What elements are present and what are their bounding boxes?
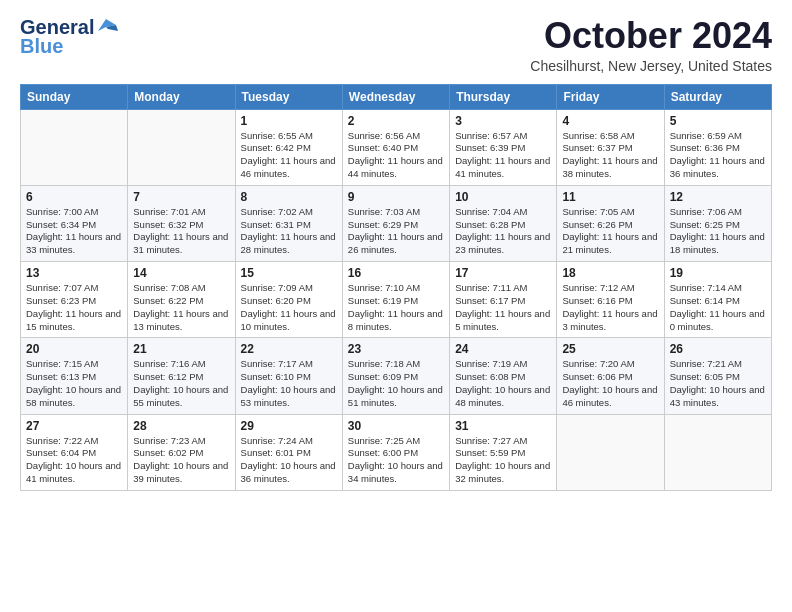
logo-blue: Blue	[20, 35, 63, 58]
day-number: 19	[670, 266, 766, 280]
calendar-cell: 27Sunrise: 7:22 AM Sunset: 6:04 PM Dayli…	[21, 414, 128, 490]
day-info: Sunrise: 7:08 AM Sunset: 6:22 PM Dayligh…	[133, 282, 229, 333]
day-info: Sunrise: 7:14 AM Sunset: 6:14 PM Dayligh…	[670, 282, 766, 333]
calendar-cell: 9Sunrise: 7:03 AM Sunset: 6:29 PM Daylig…	[342, 185, 449, 261]
day-number: 25	[562, 342, 658, 356]
day-info: Sunrise: 7:24 AM Sunset: 6:01 PM Dayligh…	[241, 435, 337, 486]
calendar-cell: 13Sunrise: 7:07 AM Sunset: 6:23 PM Dayli…	[21, 262, 128, 338]
day-number: 11	[562, 190, 658, 204]
calendar-cell: 29Sunrise: 7:24 AM Sunset: 6:01 PM Dayli…	[235, 414, 342, 490]
logo: General Blue	[20, 16, 118, 58]
day-number: 21	[133, 342, 229, 356]
calendar-cell: 11Sunrise: 7:05 AM Sunset: 6:26 PM Dayli…	[557, 185, 664, 261]
calendar-cell: 18Sunrise: 7:12 AM Sunset: 6:16 PM Dayli…	[557, 262, 664, 338]
day-number: 24	[455, 342, 551, 356]
calendar-cell: 8Sunrise: 7:02 AM Sunset: 6:31 PM Daylig…	[235, 185, 342, 261]
location-subtitle: Chesilhurst, New Jersey, United States	[530, 58, 772, 74]
day-info: Sunrise: 7:20 AM Sunset: 6:06 PM Dayligh…	[562, 358, 658, 409]
day-info: Sunrise: 7:17 AM Sunset: 6:10 PM Dayligh…	[241, 358, 337, 409]
day-number: 12	[670, 190, 766, 204]
weekday-header-thursday: Thursday	[450, 84, 557, 109]
calendar-cell: 15Sunrise: 7:09 AM Sunset: 6:20 PM Dayli…	[235, 262, 342, 338]
calendar-cell: 16Sunrise: 7:10 AM Sunset: 6:19 PM Dayli…	[342, 262, 449, 338]
day-info: Sunrise: 7:05 AM Sunset: 6:26 PM Dayligh…	[562, 206, 658, 257]
calendar-week-4: 20Sunrise: 7:15 AM Sunset: 6:13 PM Dayli…	[21, 338, 772, 414]
day-number: 10	[455, 190, 551, 204]
calendar-cell: 30Sunrise: 7:25 AM Sunset: 6:00 PM Dayli…	[342, 414, 449, 490]
calendar-cell: 26Sunrise: 7:21 AM Sunset: 6:05 PM Dayli…	[664, 338, 771, 414]
day-info: Sunrise: 6:55 AM Sunset: 6:42 PM Dayligh…	[241, 130, 337, 181]
weekday-header-saturday: Saturday	[664, 84, 771, 109]
logo-wing-icon	[96, 17, 118, 35]
day-number: 9	[348, 190, 444, 204]
calendar-cell: 12Sunrise: 7:06 AM Sunset: 6:25 PM Dayli…	[664, 185, 771, 261]
day-info: Sunrise: 7:15 AM Sunset: 6:13 PM Dayligh…	[26, 358, 122, 409]
day-number: 1	[241, 114, 337, 128]
calendar-cell: 28Sunrise: 7:23 AM Sunset: 6:02 PM Dayli…	[128, 414, 235, 490]
calendar-cell: 14Sunrise: 7:08 AM Sunset: 6:22 PM Dayli…	[128, 262, 235, 338]
calendar-cell: 7Sunrise: 7:01 AM Sunset: 6:32 PM Daylig…	[128, 185, 235, 261]
day-number: 31	[455, 419, 551, 433]
day-info: Sunrise: 7:22 AM Sunset: 6:04 PM Dayligh…	[26, 435, 122, 486]
day-number: 16	[348, 266, 444, 280]
calendar-cell: 25Sunrise: 7:20 AM Sunset: 6:06 PM Dayli…	[557, 338, 664, 414]
calendar-cell: 6Sunrise: 7:00 AM Sunset: 6:34 PM Daylig…	[21, 185, 128, 261]
calendar-cell: 17Sunrise: 7:11 AM Sunset: 6:17 PM Dayli…	[450, 262, 557, 338]
day-number: 4	[562, 114, 658, 128]
day-info: Sunrise: 7:27 AM Sunset: 5:59 PM Dayligh…	[455, 435, 551, 486]
day-info: Sunrise: 7:25 AM Sunset: 6:00 PM Dayligh…	[348, 435, 444, 486]
day-number: 3	[455, 114, 551, 128]
day-info: Sunrise: 7:02 AM Sunset: 6:31 PM Dayligh…	[241, 206, 337, 257]
calendar-cell: 1Sunrise: 6:55 AM Sunset: 6:42 PM Daylig…	[235, 109, 342, 185]
calendar-cell: 31Sunrise: 7:27 AM Sunset: 5:59 PM Dayli…	[450, 414, 557, 490]
day-info: Sunrise: 7:11 AM Sunset: 6:17 PM Dayligh…	[455, 282, 551, 333]
day-info: Sunrise: 7:18 AM Sunset: 6:09 PM Dayligh…	[348, 358, 444, 409]
day-number: 8	[241, 190, 337, 204]
month-title: October 2024	[530, 16, 772, 56]
day-number: 15	[241, 266, 337, 280]
day-number: 6	[26, 190, 122, 204]
day-number: 17	[455, 266, 551, 280]
calendar-cell: 20Sunrise: 7:15 AM Sunset: 6:13 PM Dayli…	[21, 338, 128, 414]
calendar-cell: 5Sunrise: 6:59 AM Sunset: 6:36 PM Daylig…	[664, 109, 771, 185]
day-info: Sunrise: 7:04 AM Sunset: 6:28 PM Dayligh…	[455, 206, 551, 257]
day-number: 29	[241, 419, 337, 433]
calendar-cell: 21Sunrise: 7:16 AM Sunset: 6:12 PM Dayli…	[128, 338, 235, 414]
weekday-header-row: SundayMondayTuesdayWednesdayThursdayFrid…	[21, 84, 772, 109]
weekday-header-monday: Monday	[128, 84, 235, 109]
day-info: Sunrise: 7:21 AM Sunset: 6:05 PM Dayligh…	[670, 358, 766, 409]
calendar-cell: 19Sunrise: 7:14 AM Sunset: 6:14 PM Dayli…	[664, 262, 771, 338]
day-number: 26	[670, 342, 766, 356]
day-number: 23	[348, 342, 444, 356]
day-number: 28	[133, 419, 229, 433]
day-info: Sunrise: 7:00 AM Sunset: 6:34 PM Dayligh…	[26, 206, 122, 257]
day-info: Sunrise: 7:06 AM Sunset: 6:25 PM Dayligh…	[670, 206, 766, 257]
day-number: 5	[670, 114, 766, 128]
calendar-cell: 23Sunrise: 7:18 AM Sunset: 6:09 PM Dayli…	[342, 338, 449, 414]
day-info: Sunrise: 7:12 AM Sunset: 6:16 PM Dayligh…	[562, 282, 658, 333]
calendar-cell: 22Sunrise: 7:17 AM Sunset: 6:10 PM Dayli…	[235, 338, 342, 414]
calendar-cell: 10Sunrise: 7:04 AM Sunset: 6:28 PM Dayli…	[450, 185, 557, 261]
page-header: General Blue October 2024 Chesilhurst, N…	[20, 16, 772, 74]
day-number: 18	[562, 266, 658, 280]
day-number: 13	[26, 266, 122, 280]
day-info: Sunrise: 7:07 AM Sunset: 6:23 PM Dayligh…	[26, 282, 122, 333]
calendar-week-3: 13Sunrise: 7:07 AM Sunset: 6:23 PM Dayli…	[21, 262, 772, 338]
calendar-week-2: 6Sunrise: 7:00 AM Sunset: 6:34 PM Daylig…	[21, 185, 772, 261]
day-number: 14	[133, 266, 229, 280]
day-info: Sunrise: 6:56 AM Sunset: 6:40 PM Dayligh…	[348, 130, 444, 181]
day-info: Sunrise: 6:59 AM Sunset: 6:36 PM Dayligh…	[670, 130, 766, 181]
calendar-cell	[557, 414, 664, 490]
title-area: October 2024 Chesilhurst, New Jersey, Un…	[530, 16, 772, 74]
calendar-cell	[128, 109, 235, 185]
day-info: Sunrise: 7:10 AM Sunset: 6:19 PM Dayligh…	[348, 282, 444, 333]
day-info: Sunrise: 7:01 AM Sunset: 6:32 PM Dayligh…	[133, 206, 229, 257]
day-info: Sunrise: 6:58 AM Sunset: 6:37 PM Dayligh…	[562, 130, 658, 181]
day-info: Sunrise: 7:19 AM Sunset: 6:08 PM Dayligh…	[455, 358, 551, 409]
day-info: Sunrise: 7:23 AM Sunset: 6:02 PM Dayligh…	[133, 435, 229, 486]
day-info: Sunrise: 7:09 AM Sunset: 6:20 PM Dayligh…	[241, 282, 337, 333]
calendar-cell: 2Sunrise: 6:56 AM Sunset: 6:40 PM Daylig…	[342, 109, 449, 185]
weekday-header-wednesday: Wednesday	[342, 84, 449, 109]
weekday-header-friday: Friday	[557, 84, 664, 109]
weekday-header-tuesday: Tuesday	[235, 84, 342, 109]
